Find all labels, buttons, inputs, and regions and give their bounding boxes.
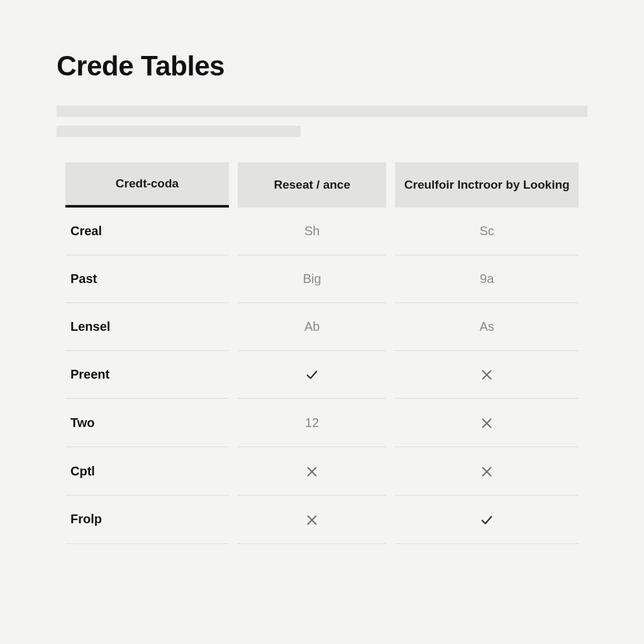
placeholder-line	[57, 126, 301, 137]
cross-icon	[238, 447, 386, 496]
cell-value: Ab	[238, 303, 386, 351]
placeholder-line	[57, 106, 587, 117]
column-header[interactable]: Credt-coda	[65, 162, 229, 208]
page-title: Crede Tables	[57, 50, 587, 82]
cell-value: Sh	[238, 208, 386, 255]
table-row: Two12	[65, 399, 579, 447]
cross-icon	[395, 447, 579, 496]
cell-value: As	[395, 303, 579, 351]
check-icon	[238, 351, 386, 399]
row-label: Frolp	[65, 496, 229, 544]
table-row: Frolp	[65, 496, 579, 544]
table-row: Preent	[65, 351, 579, 399]
check-icon	[395, 496, 579, 544]
cell-value: Big	[238, 255, 386, 303]
row-label: Creal	[65, 208, 229, 255]
table-row: Cptl	[65, 447, 579, 496]
comparison-table: Credt-coda Reseat / ance Creulfoir Inctr…	[57, 162, 587, 544]
cross-icon	[238, 496, 386, 544]
row-label: Two	[65, 399, 229, 447]
cross-icon	[395, 399, 579, 447]
table-row: PastBig9a	[65, 255, 579, 303]
cross-icon	[395, 351, 579, 399]
table-row: LenselAbAs	[65, 303, 579, 351]
row-label: Lensel	[65, 303, 229, 351]
row-label: Past	[65, 255, 229, 303]
cell-value: 12	[238, 399, 386, 447]
row-label: Preent	[65, 351, 229, 399]
table-row: CrealShSc	[65, 208, 579, 255]
subtitle-placeholder	[57, 106, 587, 137]
column-header[interactable]: Creulfoir Inctroor by Looking	[395, 162, 579, 208]
cell-value: Sc	[395, 208, 579, 255]
row-label: Cptl	[65, 447, 229, 496]
cell-value: 9a	[395, 255, 579, 303]
table-header-row: Credt-coda Reseat / ance Creulfoir Inctr…	[65, 162, 579, 208]
column-header[interactable]: Reseat / ance	[238, 162, 386, 208]
